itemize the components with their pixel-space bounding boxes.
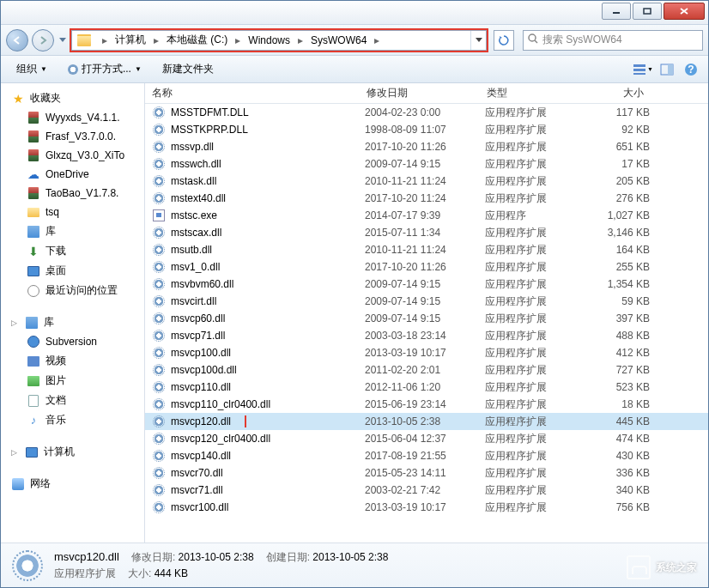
file-row[interactable]: msvcp100d.dll2011-02-20 2:01应用程序扩展727 KB <box>145 361 708 379</box>
file-size: 397 KB <box>579 312 650 324</box>
sidebar-item[interactable]: Subversion <box>1 332 144 351</box>
network-header[interactable]: 网络 <box>1 474 144 494</box>
file-row[interactable]: msvbvm60.dll2009-07-14 9:15应用程序扩展1,354 K… <box>145 276 708 293</box>
sidebar-item[interactable]: 桌面 <box>1 261 144 281</box>
sidebar-item[interactable]: 文档 <box>1 391 144 410</box>
libraries-header[interactable]: ▷库 <box>1 312 144 332</box>
breadcrumb-item[interactable]: 计算机 <box>110 31 151 50</box>
sidebar-item[interactable]: tsq <box>1 203 144 221</box>
file-date: 2012-11-06 1:20 <box>365 381 485 393</box>
details-filename: msvcp120.dll <box>54 550 119 563</box>
library-icon <box>26 317 38 329</box>
column-name[interactable]: 名称 <box>145 86 360 100</box>
breadcrumb-item[interactable]: SysWOW64 <box>306 31 372 50</box>
search-input[interactable]: 搜索 SysWOW64 <box>523 30 703 51</box>
organize-button[interactable]: 组织▼ <box>8 58 56 80</box>
folder-icon <box>27 208 39 217</box>
sidebar-item[interactable]: 库 <box>1 221 144 241</box>
file-row[interactable]: msvcp100.dll2013-03-19 10:17应用程序扩展412 KB <box>145 344 708 361</box>
file-row[interactable]: msvcirt.dll2009-07-14 9:15应用程序扩展59 KB <box>145 293 708 310</box>
svg-rect-3 <box>633 64 645 67</box>
titlebar <box>1 1 708 25</box>
file-type: 应用程序扩展 <box>485 415 579 429</box>
chevron-right-icon[interactable]: ▸ <box>100 34 110 46</box>
maximize-button[interactable] <box>633 3 662 20</box>
nav-history-dropdown[interactable] <box>58 32 68 49</box>
file-row[interactable]: msvcp120_clr0400.dll2015-06-04 12:37应用程序… <box>145 430 708 447</box>
help-button[interactable]: ? <box>681 59 701 80</box>
new-folder-button[interactable]: 新建文件夹 <box>154 58 222 80</box>
file-row[interactable]: mstask.dll2010-11-21 11:24应用程序扩展205 KB <box>145 173 708 190</box>
file-row[interactable]: msswch.dll2009-07-14 9:15应用程序扩展17 KB <box>145 155 708 173</box>
address-dropdown[interactable] <box>470 31 486 50</box>
preview-pane-button[interactable] <box>657 59 677 80</box>
file-row[interactable]: msvcp110_clr0400.dll2015-06-19 23:14应用程序… <box>145 396 708 413</box>
chevron-right-icon[interactable]: ▸ <box>233 34 243 46</box>
column-date[interactable]: 修改日期 <box>360 86 480 100</box>
column-type[interactable]: 类型 <box>480 86 574 100</box>
body-split: ★收藏夹 Wyyxds_V4.1.1. Frasf_V3.7.0.0. Glxz… <box>1 83 708 543</box>
file-row[interactable]: mstscax.dll2015-07-11 1:34应用程序扩展3,146 KB <box>145 224 708 241</box>
expand-icon[interactable]: ▷ <box>11 318 20 327</box>
sidebar-item[interactable]: ♪音乐 <box>1 410 144 430</box>
file-type: 应用程序扩展 <box>485 483 579 498</box>
file-row[interactable]: msvcp120.dll2013-10-05 2:38应用程序扩展445 KB <box>145 413 708 430</box>
dll-icon <box>152 243 166 257</box>
close-button[interactable] <box>664 3 705 20</box>
file-row[interactable]: msvcp60.dll2009-07-14 9:15应用程序扩展397 KB <box>145 310 708 327</box>
file-row[interactable]: msv1_0.dll2017-10-20 11:26应用程序扩展255 KB <box>145 258 708 276</box>
file-type: 应用程序扩展 <box>485 260 579 275</box>
computer-header[interactable]: ▷计算机 <box>1 442 144 462</box>
file-row[interactable]: msvcr70.dll2015-05-23 14:11应用程序扩展336 KB <box>145 464 708 482</box>
file-row[interactable]: mstsc.exe2014-07-17 9:39应用程序1,027 KB <box>145 207 708 224</box>
sidebar-item[interactable]: Glxzq_V3.0_XiTo <box>1 146 144 165</box>
forward-button[interactable] <box>32 29 54 52</box>
sidebar-item[interactable]: TaoBao_V1.7.8. <box>1 184 144 203</box>
file-name: msvcp120_clr0400.dll <box>171 433 365 445</box>
address-bar[interactable]: ▸ 计算机 ▸ 本地磁盘 (C:) ▸ Windows ▸ SysWOW64 ▸ <box>71 30 487 51</box>
minimize-button[interactable] <box>602 3 631 20</box>
sidebar-item[interactable]: ⬇下载 <box>1 241 144 261</box>
file-row[interactable]: msutb.dll2010-11-21 11:24应用程序扩展164 KB <box>145 241 708 258</box>
file-row[interactable]: msvcr100.dll2013-03-19 10:17应用程序扩展756 KB <box>145 499 708 516</box>
sidebar-item[interactable]: Wyyxds_V4.1.1. <box>1 108 144 127</box>
file-row[interactable]: msvcp71.dll2003-03-18 23:14应用程序扩展488 KB <box>145 327 708 344</box>
file-name: mstext40.dll <box>171 192 365 204</box>
expand-icon[interactable]: ▷ <box>11 448 20 457</box>
file-date: 2017-10-20 11:24 <box>365 192 485 204</box>
refresh-button[interactable] <box>494 30 514 51</box>
breadcrumb-item[interactable]: Windows <box>243 31 295 50</box>
open-with-button[interactable]: 打开方式...▼ <box>59 58 150 80</box>
chevron-right-icon[interactable]: ▸ <box>295 34 306 46</box>
favorites-header[interactable]: ★收藏夹 <box>1 88 144 108</box>
column-size[interactable]: 大小 <box>574 86 651 100</box>
file-row[interactable]: mssvp.dll2017-10-20 11:26应用程序扩展651 KB <box>145 138 708 155</box>
cloud-icon: ☁ <box>27 167 40 181</box>
dll-icon <box>152 432 166 446</box>
file-name: mssvp.dll <box>171 141 365 153</box>
view-button[interactable]: ▼ <box>633 59 653 80</box>
file-size: 18 KB <box>579 398 650 410</box>
sidebar-item[interactable]: 图片 <box>1 371 144 391</box>
breadcrumb-item[interactable]: 本地磁盘 (C:) <box>161 31 233 50</box>
file-list[interactable]: MSSTDFMT.DLL2004-02-23 0:00应用程序扩展117 KBM… <box>145 104 708 543</box>
file-type: 应用程序扩展 <box>485 500 579 515</box>
file-row[interactable]: msvcr71.dll2003-02-21 7:42应用程序扩展340 KB <box>145 482 708 499</box>
sidebar-item[interactable]: 视频 <box>1 351 144 371</box>
back-button[interactable] <box>6 29 28 52</box>
explorer-window: ▸ 计算机 ▸ 本地磁盘 (C:) ▸ Windows ▸ SysWOW64 ▸… <box>0 0 709 588</box>
file-row[interactable]: msvcp140.dll2017-08-19 21:55应用程序扩展430 KB <box>145 447 708 464</box>
chevron-right-icon[interactable]: ▸ <box>151 34 161 46</box>
dll-icon <box>152 226 166 239</box>
file-row[interactable]: msvcp110.dll2012-11-06 1:20应用程序扩展523 KB <box>145 379 708 396</box>
file-row[interactable]: MSSTKPRP.DLL1998-08-09 11:07应用程序扩展92 KB <box>145 121 708 138</box>
file-row[interactable]: MSSTDFMT.DLL2004-02-23 0:00应用程序扩展117 KB <box>145 104 708 121</box>
file-row[interactable]: mstext40.dll2017-10-20 11:24应用程序扩展276 KB <box>145 190 708 207</box>
sidebar-item[interactable]: Frasf_V3.7.0.0. <box>1 127 144 146</box>
network-icon <box>12 478 24 490</box>
sidebar-item[interactable]: 最近访问的位置 <box>1 281 144 300</box>
file-type: 应用程序扩展 <box>485 191 579 206</box>
filename-highlight-annotation <box>171 415 246 427</box>
chevron-right-icon[interactable]: ▸ <box>372 34 382 46</box>
sidebar-item[interactable]: ☁OneDrive <box>1 165 144 184</box>
